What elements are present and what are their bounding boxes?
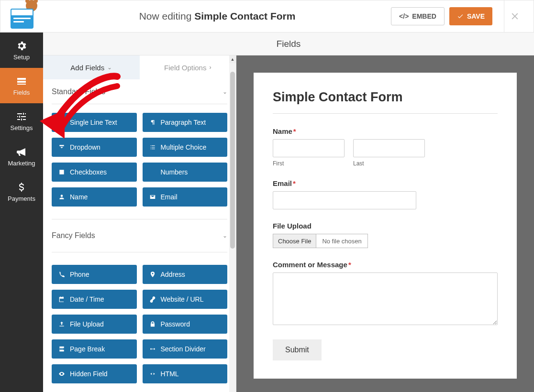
fld-lbl: Phone	[70, 271, 89, 278]
embed-label: EMBED	[412, 12, 436, 20]
field-section-divider[interactable]: Section Divider	[143, 339, 228, 359]
fld-lbl: File Upload	[70, 320, 104, 328]
fancy-fields-header[interactable]: Fancy Fields ⌄	[52, 223, 227, 248]
map-pin-icon	[149, 271, 156, 278]
standard-fields-header[interactable]: Standard Fields ⌄	[52, 79, 227, 104]
eye-slash-icon	[58, 370, 65, 377]
paragraph-icon	[149, 119, 156, 126]
fld-lbl: Hidden Field	[70, 370, 108, 378]
field-paragraph-text[interactable]: Paragraph Text	[143, 113, 228, 132]
top-bar: Now editing Simple Contact Form </> EMBE…	[0, 0, 534, 33]
file-input[interactable]: Choose File No file chosen	[273, 234, 368, 248]
tab-options-label: Field Options	[164, 64, 206, 72]
field-upload-preview[interactable]: File Upload Choose File No file chosen	[273, 222, 498, 248]
fancy-fields-title: Fancy Fields	[52, 231, 95, 240]
fld-lbl: Website / URL	[161, 295, 204, 303]
first-sublabel: First	[273, 160, 345, 167]
scrollbar-thumb[interactable]	[230, 72, 235, 249]
code-icon	[149, 370, 156, 377]
rail-fields[interactable]: Fields	[0, 68, 43, 103]
tab-field-options[interactable]: Field Options ›	[140, 55, 236, 79]
fields-panel: ▲ Add Fields ⌄ Field Options ›	[43, 55, 236, 392]
save-button[interactable]: SAVE	[449, 7, 492, 25]
standard-fields-title: Standard Fields	[52, 87, 105, 96]
divider	[52, 219, 227, 219]
phone-icon	[58, 271, 65, 278]
field-phone[interactable]: Phone	[52, 265, 137, 284]
email-input[interactable]	[273, 191, 416, 209]
last-name-input[interactable]	[353, 139, 425, 157]
fld-lbl: Paragraph Text	[161, 119, 206, 126]
field-numbers[interactable]: Numbers	[143, 163, 228, 182]
field-website[interactable]: Website / URL	[143, 290, 228, 309]
field-name[interactable]: Name	[52, 187, 137, 207]
caret-down-icon	[58, 144, 65, 151]
rail-setup[interactable]: Setup	[0, 33, 43, 68]
form-icon	[16, 76, 27, 87]
field-html[interactable]: HTML	[143, 364, 228, 383]
required-asterisk: *	[293, 179, 296, 187]
app-logo	[0, 0, 44, 32]
tab-add-label: Add Fields	[70, 64, 104, 72]
rail-payments[interactable]: Payments	[0, 174, 43, 209]
form-preview: Simple Contact Form Name* First Last Ema…	[236, 55, 534, 392]
bullhorn-icon	[16, 146, 27, 158]
field-page-break[interactable]: Page Break	[52, 339, 137, 359]
editing-label: Now editing Simple Contact Form	[44, 11, 391, 22]
submit-button[interactable]: Submit	[273, 339, 322, 360]
check-square-icon	[58, 169, 65, 175]
chevron-down-icon: ⌄	[107, 64, 112, 71]
required-asterisk: *	[348, 261, 351, 269]
field-tabs: Add Fields ⌄ Field Options ›	[43, 55, 236, 79]
chevron-down-icon: ⌄	[222, 88, 227, 95]
field-address[interactable]: Address	[143, 265, 228, 284]
email-label: Email*	[273, 179, 498, 187]
field-datetime[interactable]: Date / Time	[52, 290, 137, 309]
name-label: Name*	[273, 127, 498, 135]
field-email-preview[interactable]: Email*	[273, 179, 498, 209]
fld-lbl: Dropdown	[70, 143, 100, 151]
top-actions: </> EMBED SAVE	[391, 0, 525, 33]
first-name-input[interactable]	[273, 139, 345, 157]
close-icon	[510, 11, 520, 22]
envelope-icon	[149, 194, 156, 200]
field-dropdown[interactable]: Dropdown	[52, 138, 137, 157]
field-hidden[interactable]: Hidden Field	[52, 364, 137, 383]
embed-button[interactable]: </> EMBED	[391, 7, 445, 25]
divider	[273, 113, 498, 114]
scrollbar-track[interactable]	[229, 63, 236, 392]
hash-icon	[149, 169, 156, 175]
rail-marketing[interactable]: Marketing	[0, 139, 43, 174]
standard-grid: Single Line Text Paragraph Text Dropdown…	[52, 104, 227, 215]
field-checkboxes[interactable]: Checkboxes	[52, 163, 137, 182]
chevron-down-icon: ⌄	[222, 232, 227, 239]
choose-file-button[interactable]: Choose File	[273, 234, 316, 248]
field-single-line-text[interactable]: Single Line Text	[52, 113, 137, 132]
rail-marketing-label: Marketing	[8, 160, 35, 167]
page-break-icon	[58, 346, 65, 352]
field-email[interactable]: Email	[143, 187, 228, 207]
fld-lbl: HTML	[161, 370, 179, 378]
panel-title: Fields	[43, 33, 534, 55]
user-icon	[58, 194, 65, 200]
divider	[52, 252, 227, 252]
scroll-up-arrow[interactable]: ▲	[229, 55, 236, 63]
check-icon	[457, 13, 464, 20]
field-comment-preview[interactable]: Comment or Message*	[273, 261, 498, 327]
field-file-upload[interactable]: File Upload	[52, 315, 137, 334]
field-password[interactable]: Password	[143, 315, 228, 334]
close-button[interactable]	[504, 0, 525, 33]
comment-textarea[interactable]	[273, 272, 498, 325]
field-multiple-choice[interactable]: Multiple Choice	[143, 138, 228, 157]
main-content: Fields ▲ Add Fields ⌄ Field Options ›	[43, 33, 534, 392]
field-name-preview[interactable]: Name* First Last	[273, 127, 498, 167]
tab-add-fields[interactable]: Add Fields ⌄	[43, 55, 140, 79]
fld-lbl: Section Divider	[161, 345, 206, 353]
rail-settings[interactable]: Settings	[0, 103, 43, 139]
fld-lbl: Single Line Text	[70, 119, 117, 126]
fld-lbl: Page Break	[70, 345, 105, 353]
sliders-icon	[16, 111, 27, 122]
fld-lbl: Address	[161, 271, 185, 278]
fld-lbl: Email	[161, 193, 178, 201]
no-file-text: No file chosen	[316, 238, 367, 245]
